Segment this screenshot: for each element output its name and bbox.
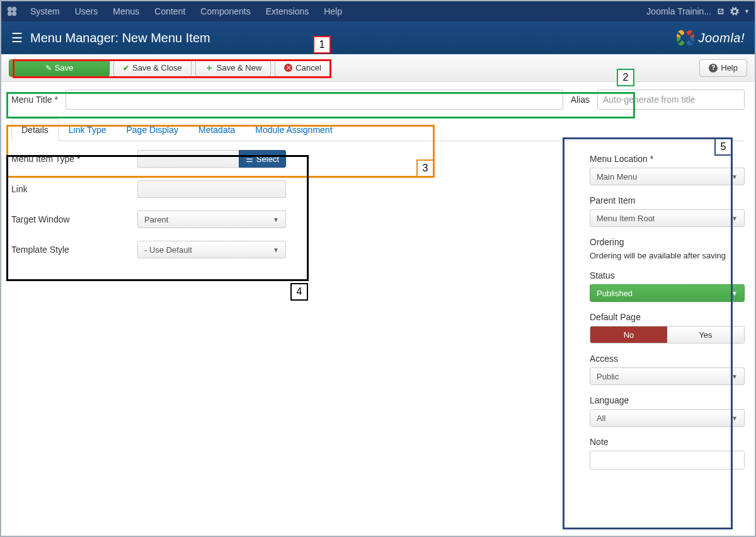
template-style-select[interactable]: - Use Default▼ [137,241,286,258]
note-label: Note [590,437,745,447]
menu-content[interactable]: Content [147,1,193,21]
save-close-button[interactable]: ✔Save & Close [113,59,192,77]
sidebar-panel: Menu Location * Main Menu▼ Parent Item M… [590,150,745,480]
page-title: Menu Manager: New Menu Item [30,31,210,45]
joomla-mark-icon [677,29,694,47]
note-input[interactable] [590,451,745,470]
joomla-wordmark: Joomla! [698,31,745,45]
tab-module-assignment[interactable]: Module Assignment [245,118,342,141]
gear-caret[interactable]: ▼ [744,8,750,14]
chevron-down-icon: ▼ [731,215,738,222]
toolbar: ✎Save ✔Save & Close ＋Save & New ✕Cancel … [1,54,755,82]
menu-users[interactable]: Users [67,1,106,21]
link-label: Link [11,184,137,194]
list-small-icon: ☰ [246,154,253,164]
tab-page-display[interactable]: Page Display [116,118,188,141]
menu-title-label: Menu Title * [11,95,58,105]
svg-point-0 [8,7,12,11]
external-link-icon[interactable] [716,7,725,16]
chevron-down-icon: ▼ [731,290,738,297]
list-icon: ☰ [11,30,23,45]
svg-point-1 [12,7,16,11]
help-button[interactable]: ?Help [699,59,747,77]
joomla-logo: Joomla! [677,29,745,47]
menu-menus[interactable]: Menus [105,1,147,21]
details-form: Menu Item Type * ☰Select Link Target Win… [11,150,307,480]
target-window-label: Target Window [11,214,137,224]
chevron-down-icon: ▼ [273,246,279,253]
tab-metadata[interactable]: Metadata [188,118,245,141]
tab-link-type[interactable]: Link Type [59,118,117,141]
joomla-icon [6,6,18,17]
language-label: Language [590,395,745,405]
default-page-yes[interactable]: Yes [667,326,744,343]
ordering-label: Ordering [590,237,745,247]
save-new-button[interactable]: ＋Save & New [195,59,272,77]
menu-extensions[interactable]: Extensions [258,1,316,21]
default-page-label: Default Page [590,312,745,322]
save-button[interactable]: ✎Save [9,59,110,77]
parent-item-select[interactable]: Menu Item Root▼ [590,209,745,227]
link-field [137,180,286,198]
select-type-button[interactable]: ☰Select [239,150,286,168]
cancel-button[interactable]: ✕Cancel [275,59,330,77]
language-select[interactable]: All▼ [590,409,745,427]
plus-icon: ＋ [205,62,214,74]
menu-location-label: Menu Location * [590,154,745,164]
alias-input[interactable] [597,90,745,110]
menu-item-type-label: Menu Item Type * [11,154,137,164]
menu-components[interactable]: Components [193,1,258,21]
chevron-down-icon: ▼ [731,173,738,180]
tab-bar: Details Link Type Page Display Metadata … [11,118,745,141]
top-menu: System Users Menus Content Components Ex… [23,1,646,21]
access-label: Access [590,354,745,364]
save-icon: ✎ [45,64,52,72]
check-icon: ✔ [123,64,129,72]
svg-point-2 [8,11,12,16]
tab-details[interactable]: Details [11,118,59,141]
top-nav: System Users Menus Content Components Ex… [1,1,755,21]
status-select[interactable]: Published▼ [590,284,745,302]
gear-icon[interactable] [730,7,739,16]
menu-system[interactable]: System [23,1,67,21]
default-page-no[interactable]: No [590,326,667,343]
access-select[interactable]: Public▼ [590,367,745,385]
chevron-down-icon: ▼ [731,373,738,380]
page-header: ☰ Menu Manager: New Menu Item Joomla! [1,21,755,54]
alias-label: Alias [571,95,590,105]
template-style-label: Template Style [11,245,137,255]
help-icon: ? [709,64,718,72]
chevron-down-icon: ▼ [273,216,279,223]
svg-point-3 [12,11,16,16]
menu-help[interactable]: Help [316,1,350,21]
menu-item-type-field [137,150,239,168]
menu-title-input[interactable] [66,90,563,110]
chevron-down-icon: ▼ [731,415,738,422]
status-label: Status [590,270,745,280]
menu-location-select[interactable]: Main Menu▼ [590,168,745,185]
parent-item-label: Parent Item [590,195,745,205]
title-row: Menu Title * Alias [11,90,745,110]
target-window-select[interactable]: Parent▼ [137,211,286,228]
cancel-icon: ✕ [284,64,292,72]
default-page-toggle[interactable]: No Yes [590,326,745,344]
site-name[interactable]: Joomla Trainin... [646,6,711,16]
ordering-hint: Ordering will be available after saving [590,251,745,260]
